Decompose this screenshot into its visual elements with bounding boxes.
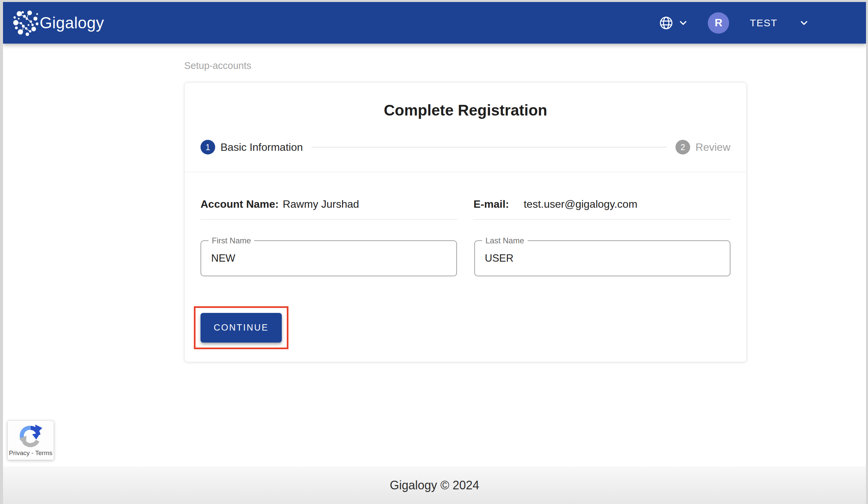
step-number-badge: 2 (675, 140, 690, 155)
first-name-field: First Name (200, 240, 457, 276)
step-basic-information: 1 Basic Information (200, 140, 303, 155)
name-fields-row: First Name Last Name (200, 240, 731, 276)
last-name-input[interactable] (475, 241, 730, 276)
gigalogy-logo-icon (12, 10, 38, 36)
brand-name: Gigalogy (40, 14, 104, 32)
page: Gigalogy R (0, 0, 868, 504)
main-content: Setup-accounts Complete Registration 1 B… (184, 60, 747, 362)
divider (185, 172, 746, 172)
stepper: 1 Basic Information 2 Review (200, 140, 731, 155)
avatar-initial: R (715, 17, 722, 29)
step-review: 2 Review (675, 140, 731, 155)
step-label: Basic Information (220, 141, 303, 154)
last-name-field: Last Name (474, 240, 731, 276)
account-name-cell: Account Name:Rawmy Jurshad (200, 198, 458, 220)
top-navbar: Gigalogy R (3, 2, 866, 44)
continue-button[interactable]: CONTINUE (200, 313, 282, 343)
navbar-right: R TEST (659, 12, 809, 34)
first-name-label: First Name (208, 235, 254, 246)
stepper-connector (311, 147, 667, 147)
email-label: E-mail: (474, 198, 509, 210)
step-label: Review (695, 141, 731, 154)
recaptcha-badge[interactable]: Privacy - Terms (7, 420, 54, 460)
annotation-highlight-box: CONTINUE (194, 306, 288, 349)
account-info-row: Account Name:Rawmy Jurshad E-mail:test.u… (200, 198, 731, 220)
account-name-value: Rawmy Jurshad (283, 198, 359, 210)
recaptcha-privacy-terms[interactable]: Privacy - Terms (9, 449, 53, 457)
brand[interactable]: Gigalogy (12, 10, 104, 36)
step-number-badge: 1 (200, 140, 215, 155)
account-menu-label: TEST (750, 17, 777, 29)
registration-card: Complete Registration 1 Basic Informatio… (184, 82, 747, 362)
card-body: Account Name:Rawmy Jurshad E-mail:test.u… (185, 198, 746, 362)
breadcrumb: Setup-accounts (184, 60, 747, 71)
first-name-input[interactable] (201, 241, 456, 276)
chevron-down-icon (799, 18, 809, 28)
email-value: test.user@gigalogy.com (524, 198, 637, 210)
language-selector[interactable] (659, 15, 689, 31)
account-menu[interactable]: TEST (750, 17, 809, 29)
avatar[interactable]: R (708, 12, 729, 34)
footer: Gigalogy © 2024 (3, 466, 866, 504)
page-title: Complete Registration (185, 101, 746, 119)
footer-text: Gigalogy © 2024 (390, 479, 479, 492)
globe-icon (659, 15, 674, 31)
chevron-down-icon (678, 18, 689, 28)
email-cell: E-mail:test.user@gigalogy.com (474, 198, 731, 220)
account-name-label: Account Name: (200, 198, 279, 210)
recaptcha-icon (18, 424, 43, 448)
last-name-label: Last Name (482, 235, 528, 246)
